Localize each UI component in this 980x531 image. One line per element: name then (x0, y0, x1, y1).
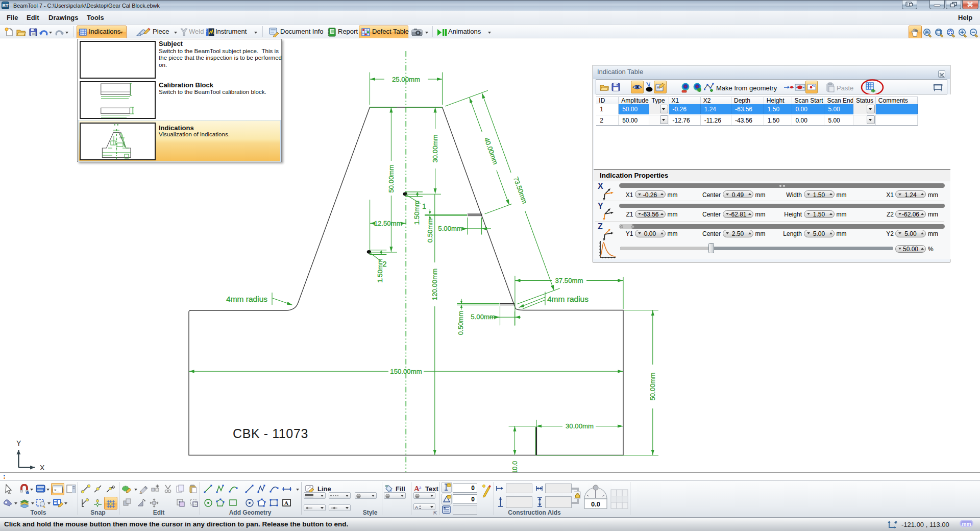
svg-text:40.00mm: 40.00mm (483, 136, 500, 165)
svg-text:50.00mm: 50.00mm (649, 373, 656, 401)
svg-text:a: a (419, 485, 422, 490)
svg-text:0.50mm: 0.50mm (457, 311, 464, 335)
svg-text:0.0: 0.0 (591, 500, 600, 508)
svg-text:CBK - 11073: CBK - 11073 (233, 426, 308, 441)
svg-text:Z: Z (598, 222, 603, 231)
svg-text:X: X (40, 464, 45, 472)
svg-text:1: 1 (422, 202, 426, 210)
svg-text:30.00mm: 30.00mm (431, 135, 439, 163)
svg-text:0.50mm: 0.50mm (426, 219, 434, 243)
svg-text:30.00mm: 30.00mm (566, 422, 594, 430)
svg-text:25.00mm: 25.00mm (392, 76, 420, 83)
svg-text:Y: Y (16, 439, 21, 447)
svg-text:50.00mm: 50.00mm (387, 165, 395, 193)
svg-text:12.50mm: 12.50mm (374, 220, 402, 227)
svg-text:1.50mm: 1.50mm (376, 258, 384, 283)
svg-text:120.00mm: 120.00mm (431, 269, 438, 300)
svg-text:Y: Y (598, 202, 603, 210)
svg-text:5.00mm: 5.00mm (438, 225, 462, 232)
svg-text:4mm radius: 4mm radius (226, 295, 267, 303)
svg-text:150.00mm: 150.00mm (390, 368, 422, 375)
svg-text:4mm radius: 4mm radius (547, 295, 589, 303)
svg-text:A: A (415, 505, 418, 510)
svg-text:A: A (284, 500, 288, 506)
svg-text:37.50mm: 37.50mm (555, 277, 583, 284)
svg-text:X: X (598, 182, 603, 190)
svg-text:>_: >_ (54, 488, 59, 492)
svg-text:73.50mm: 73.50mm (512, 176, 529, 205)
svg-text:1.50mm: 1.50mm (413, 201, 421, 225)
svg-text:5.00mm: 5.00mm (471, 313, 495, 321)
svg-text:10.0: 10.0 (511, 461, 519, 473)
